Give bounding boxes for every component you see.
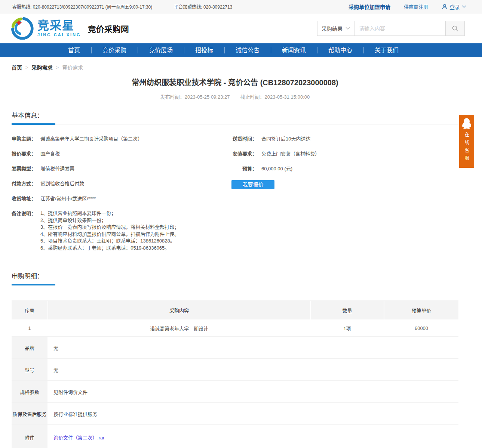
- chevron-down-icon: [346, 27, 350, 30]
- nav-item-home[interactable]: 首页: [57, 43, 91, 57]
- remark-line: 2、提供简单设计效果图一份；: [40, 217, 179, 224]
- login-label: 登录: [449, 3, 460, 10]
- breadcrumb-current: 竞价需求: [62, 64, 83, 71]
- field-invoice-type: 发票类型： 增值税普通发票: [12, 165, 231, 173]
- purchase-detail-section: 申购明细： 序号 采购内容 数量 预算单价 1 诺诚高第老年大学二期设计 1项 …: [12, 271, 458, 448]
- main-content: 首页 > 采购需求 > 竞价需求 常州纺织服装职业技术学院 - 竞价公告 (CB…: [12, 64, 458, 448]
- qq-penguin-icon: [459, 118, 474, 129]
- remark-line: 4、所有响应材料均加盖报价供应商公章，扫描后作为附件上传。: [40, 231, 179, 238]
- site-header: 竞采星 JING CAI XING 竞价采购网 采购结果: [0, 13, 482, 43]
- search-icon: [452, 25, 458, 32]
- publish-time: 发布时间：2023-05-25 09:23:27: [160, 93, 230, 100]
- table-row-brand: 品牌 无: [12, 337, 458, 359]
- remark-line: 1、提供营业执照副本复印件一份；: [40, 210, 179, 217]
- remark-line: 3、在报价一览表内填写报价及响应情况，将相关材料全部打印；: [40, 224, 179, 231]
- notice-title: 常州纺织服装职业技术学院 - 竞价公告 (CB128072023000008): [12, 77, 458, 87]
- logo-link[interactable]: 竞采星 JING CAI XING: [11, 17, 81, 40]
- online-service-label: 在线客服: [463, 132, 470, 163]
- attachment-link[interactable]: 询价文件（第二次）.rar: [53, 434, 105, 441]
- logo-chinese-name: 竞采星: [37, 20, 81, 31]
- remarks-lines: 1、提供营业执照副本复印件一份； 2、提供简单设计效果图一份； 3、在报价一览表…: [40, 210, 179, 251]
- search-button[interactable]: [445, 21, 465, 36]
- nav-item-bidding-purchase[interactable]: 竞价采购: [91, 43, 138, 57]
- budget-unit: (元): [284, 166, 292, 172]
- breadcrumb: 首页 > 采购需求 > 竞价需求: [12, 64, 458, 71]
- search-category-value: 采购结果: [322, 25, 343, 32]
- budget-amount-link[interactable]: 60,000.00: [261, 166, 283, 172]
- cell-qty: 1项: [311, 320, 384, 336]
- field-delivery-address: 收货地址： 江苏省/常州市/武进区/****: [12, 195, 231, 203]
- cell-content: 诺诚高第老年大学二期设计: [48, 320, 310, 336]
- table-row-attachment: 附件 询价文件（第二次）.rar: [12, 425, 458, 448]
- field-quote-requirement: 报价要求： 国产含税: [12, 150, 231, 158]
- col-header-no: 序号: [12, 301, 47, 319]
- table-row-model: 型号 无: [12, 359, 458, 381]
- basic-info-title: 基本信息：: [12, 110, 458, 120]
- cell-no: 1: [12, 320, 47, 336]
- table-row-warranty: 质保及售后服务 按行业标准提供服务: [12, 403, 458, 425]
- field-budget: 预算： 60,000.00 (元): [231, 165, 458, 173]
- field-delivery-time: 送货时间： 合同签订后10天内送达: [231, 135, 458, 143]
- search-input[interactable]: [354, 21, 445, 36]
- nav-item-integrity-notice[interactable]: 诚信公告: [224, 43, 271, 57]
- purchase-table: 序号 采购内容 数量 预算单价 1 诺诚高第老年大学二期设计 1项 60000 …: [12, 300, 458, 448]
- user-icon: [442, 4, 448, 10]
- table-row: 1 诺诚高第老年大学二期设计 1项 60000: [12, 320, 458, 337]
- col-header-content: 采购内容: [48, 301, 310, 319]
- logo-english-name: JING CAI XING: [37, 33, 81, 37]
- section-divider: [12, 123, 458, 125]
- service-hotline: 客服热线: 020-80922713/80922307/80922371 (周一…: [12, 3, 152, 10]
- breadcrumb-separator: >: [25, 65, 28, 70]
- purchaser-join-link[interactable]: 采购单位加盟申请: [349, 3, 390, 10]
- field-install-requirement: 安装要求： 免费上门安装（含材料费）: [231, 150, 458, 158]
- section-divider: [12, 284, 458, 285]
- search-category-select[interactable]: 采购结果: [317, 21, 354, 36]
- chevron-down-icon: [462, 5, 466, 8]
- login-link[interactable]: 登录: [442, 3, 466, 10]
- field-payment-method: 付款方式： 货到验收合格后付款: [12, 180, 231, 188]
- online-service-widget[interactable]: 在线客服: [459, 115, 474, 168]
- topbar: 客服热线: 020-80922713/80922307/80922371 (周一…: [0, 0, 482, 13]
- remark-line: 5、项目技术负责联系人：王红明；联系电话：13861260828。: [40, 238, 179, 245]
- breadcrumb-separator: >: [56, 65, 59, 70]
- deadline-time: 截止时间：2023-05-31 15:00:00: [240, 93, 310, 100]
- nav-item-about-us[interactable]: 关于我们: [363, 43, 410, 57]
- purchase-detail-title: 申购明细：: [12, 271, 458, 280]
- breadcrumb-home[interactable]: 首页: [12, 64, 22, 71]
- nav-item-tender[interactable]: 招投标: [184, 43, 224, 57]
- col-header-qty: 数量: [311, 301, 384, 319]
- cell-price: 60000: [384, 320, 458, 336]
- site-name: 竞价采购网: [88, 22, 129, 34]
- nav-item-help-center[interactable]: 帮助中心: [317, 43, 363, 57]
- field-remarks: 备注说明： 1、提供营业执照副本复印件一份； 2、提供简单设计效果图一份； 3、…: [12, 210, 231, 251]
- search-bar: 采购结果: [317, 21, 465, 36]
- notice-dates: 发布时间：2023-05-25 09:23:27 截止时间：2023-05-31…: [12, 93, 458, 100]
- basic-info-section: 基本信息： 申购主题： 诺诚高第老年大学二期设计采购项目（第二次） 报价要求： …: [12, 110, 458, 259]
- platform-hotline: 平台加盟热线: 020-80922713: [174, 3, 232, 10]
- breadcrumb-purchase-demand[interactable]: 采购需求: [32, 64, 53, 71]
- quote-button[interactable]: 我要报价: [231, 180, 274, 189]
- main-nav: 首页 竞价采购 竞价展场 招投标 诚信公告 新闻资讯 帮助中心 关于我们: [0, 43, 482, 57]
- nav-item-news[interactable]: 新闻资讯: [271, 43, 317, 57]
- supplier-register-link[interactable]: 供应商注册: [404, 3, 428, 10]
- col-header-price: 预算单价: [384, 301, 458, 319]
- table-row-spec: 规格参数 见附件询价文件: [12, 381, 458, 403]
- field-purchase-subject: 申购主题： 诺诚高第老年大学二期设计采购项目（第二次）: [12, 135, 231, 143]
- remark-line: 6、采购经办联系人：丁老师；联系电话：0519-86336065。: [40, 245, 179, 252]
- logo-icon: [11, 17, 34, 40]
- table-header-row: 序号 采购内容 数量 预算单价: [12, 301, 458, 319]
- nav-item-bidding-hall[interactable]: 竞价展场: [138, 43, 184, 57]
